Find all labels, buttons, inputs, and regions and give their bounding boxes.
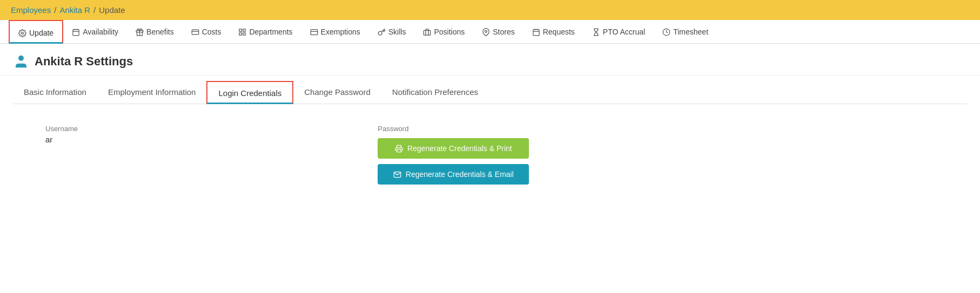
bed-icon xyxy=(310,28,318,36)
gift-icon xyxy=(136,28,144,36)
gear-icon xyxy=(18,29,26,37)
tab-stores[interactable]: Stores xyxy=(473,20,523,43)
sub-tab-notification-prefs[interactable]: Notification Preferences xyxy=(381,81,489,104)
regenerate-print-button[interactable]: Regenerate Credentials & Print xyxy=(378,138,529,159)
tab-benefits[interactable]: Benefits xyxy=(127,20,183,43)
sub-tab-employment-info[interactable]: Employment Information xyxy=(97,81,207,104)
regenerate-email-label: Regenerate Credentials & Email xyxy=(406,170,514,179)
form-content: Username ar Password Regenerate Credenti… xyxy=(13,119,967,190)
breadcrumb-sep-2: / xyxy=(93,5,96,15)
calendar-icon xyxy=(72,28,80,36)
tab-departments-label: Departments xyxy=(249,28,292,36)
tab-benefits-label: Benefits xyxy=(146,28,174,36)
page-title: Ankita R Settings xyxy=(35,54,133,69)
hourglass-icon xyxy=(592,28,600,36)
location-icon xyxy=(482,28,490,36)
dollar-icon xyxy=(191,28,199,36)
person-icon xyxy=(13,53,29,70)
svg-rect-10 xyxy=(243,29,245,31)
password-label: Password xyxy=(378,125,935,133)
svg-rect-12 xyxy=(243,32,245,35)
tab-costs-label: Costs xyxy=(202,28,221,36)
tab-availability[interactable]: Availability xyxy=(63,20,127,43)
regenerate-email-button[interactable]: Regenerate Credentials & Email xyxy=(378,164,529,185)
sub-tab-change-password[interactable]: Change Password xyxy=(293,81,381,104)
tab-update[interactable]: Update xyxy=(9,20,63,44)
svg-rect-9 xyxy=(239,29,241,31)
svg-rect-14 xyxy=(424,30,431,35)
regenerate-print-label: Regenerate Credentials & Print xyxy=(407,144,512,153)
password-section: Password Regenerate Credentials & Print … xyxy=(356,125,935,185)
svg-point-0 xyxy=(22,32,24,34)
print-icon xyxy=(395,145,403,153)
svg-rect-11 xyxy=(239,32,241,35)
tab-departments[interactable]: Departments xyxy=(230,20,301,43)
top-nav: Update Availability Benefits Costs Depar… xyxy=(0,20,980,44)
svg-rect-7 xyxy=(192,30,199,35)
tab-update-label: Update xyxy=(29,29,53,37)
tab-skills-label: Skills xyxy=(388,28,406,36)
tab-requests[interactable]: Requests xyxy=(523,20,583,43)
username-value: ar xyxy=(45,135,324,144)
grid-icon xyxy=(238,28,246,36)
tab-timesheet[interactable]: Timesheet xyxy=(654,20,717,43)
tab-positions[interactable]: Positions xyxy=(414,20,473,43)
sub-tab-login-credentials[interactable]: Login Credentials xyxy=(206,81,293,104)
tab-requests-label: Requests xyxy=(543,28,575,36)
page-header: Ankita R Settings xyxy=(0,44,980,76)
svg-point-15 xyxy=(485,30,487,32)
calendar2-icon xyxy=(532,28,540,36)
svg-point-21 xyxy=(18,56,24,61)
username-label: Username xyxy=(45,125,324,133)
tab-costs[interactable]: Costs xyxy=(183,20,230,43)
sub-tab-basic-info[interactable]: Basic Information xyxy=(13,81,97,104)
breadcrumb-employees[interactable]: Employees xyxy=(11,5,51,15)
tab-timesheet-label: Timesheet xyxy=(673,28,708,36)
svg-rect-1 xyxy=(73,29,79,35)
tab-positions-label: Positions xyxy=(434,28,465,36)
tab-stores-label: Stores xyxy=(493,28,514,36)
key-icon xyxy=(378,28,386,36)
tab-pto-accrual[interactable]: PTO Accrual xyxy=(583,20,654,43)
email-icon xyxy=(393,171,401,179)
tab-skills[interactable]: Skills xyxy=(369,20,415,43)
tab-availability-label: Availability xyxy=(83,28,118,36)
svg-rect-22 xyxy=(397,149,401,152)
breadcrumb-update: Update xyxy=(99,5,125,15)
breadcrumb-bar: Employees / Ankita R / Update xyxy=(0,0,980,20)
tab-pto-accrual-label: PTO Accrual xyxy=(603,28,645,36)
breadcrumb-sep-1: / xyxy=(54,5,56,15)
clock-icon xyxy=(662,28,670,36)
briefcase-icon xyxy=(423,28,431,36)
tab-exemptions[interactable]: Exemptions xyxy=(301,20,369,43)
tab-exemptions-label: Exemptions xyxy=(321,28,360,36)
breadcrumb-ankita[interactable]: Ankita R xyxy=(59,5,90,15)
content-area: Basic Information Employment Information… xyxy=(0,76,980,203)
svg-rect-16 xyxy=(533,29,539,35)
sub-tabs: Basic Information Employment Information… xyxy=(13,76,967,104)
username-section: Username ar xyxy=(45,125,324,185)
